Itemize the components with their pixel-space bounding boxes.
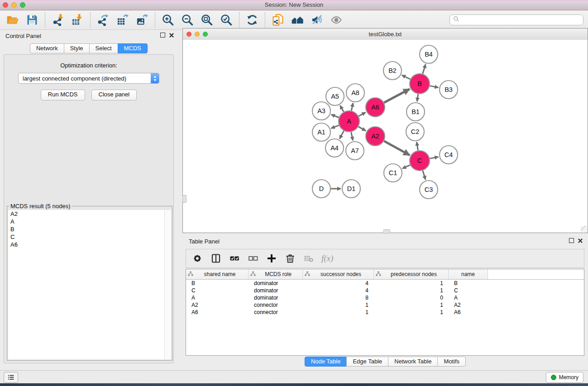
column-header-name[interactable]: name	[449, 269, 488, 279]
table-cell[interactable]: 1	[303, 301, 374, 309]
trash-icon[interactable]	[284, 253, 296, 264]
export-network-icon[interactable]	[96, 13, 110, 27]
graph-node-C3[interactable]: C3	[420, 181, 438, 199]
table-cell[interactable]: B	[186, 280, 249, 287]
deselect-all-icon[interactable]	[247, 253, 259, 264]
table-row[interactable]: Bdominator41B	[186, 280, 584, 287]
result-scrollbar[interactable]	[164, 210, 171, 359]
search-input[interactable]	[462, 16, 580, 24]
eye-icon[interactable]	[330, 13, 343, 27]
export-table-icon[interactable]	[116, 13, 129, 27]
graph-node-B4[interactable]: B4	[420, 45, 438, 63]
select-all-icon[interactable]	[229, 253, 240, 264]
table-cell[interactable]: A	[449, 294, 488, 301]
tab-network[interactable]: Network	[30, 43, 64, 53]
graph-edge[interactable]	[339, 131, 344, 139]
graph-node-A2[interactable]: A2	[366, 127, 385, 146]
graph-node-A8[interactable]: A8	[346, 84, 364, 102]
table-cell[interactable]: 0	[374, 294, 449, 301]
graph-node-B2[interactable]: B2	[383, 62, 402, 80]
close-panel-icon[interactable]	[578, 238, 583, 243]
graph-edge[interactable]	[351, 132, 353, 141]
column-header-mcds-role[interactable]: MCDS role	[249, 269, 303, 279]
graph-edge[interactable]	[423, 64, 425, 74]
float-panel-icon[interactable]	[569, 238, 574, 243]
graph-edge[interactable]	[384, 89, 410, 103]
graph-edge[interactable]	[417, 142, 418, 151]
result-item[interactable]: A	[8, 218, 165, 225]
columns-icon[interactable]	[210, 253, 222, 264]
close-panel-icon[interactable]	[169, 33, 174, 38]
float-panel-icon[interactable]	[160, 33, 165, 38]
graph-node-C[interactable]: C	[410, 151, 430, 171]
graph-edge[interactable]	[384, 141, 410, 155]
graph-node-B3[interactable]: B3	[440, 81, 458, 99]
tab-style[interactable]: Style	[64, 43, 90, 53]
graph-edge[interactable]	[423, 171, 425, 180]
table-cell[interactable]: 4	[303, 280, 374, 287]
import-table-icon[interactable]	[71, 13, 84, 27]
graph-edge[interactable]	[351, 103, 353, 111]
graph-edge[interactable]	[402, 75, 411, 79]
table-cell[interactable]: dominator	[249, 287, 303, 294]
graph-edge[interactable]	[359, 127, 366, 131]
table-cell[interactable]: dominator	[249, 294, 303, 301]
memory-button[interactable]: Memory	[546, 372, 583, 383]
graph-edge[interactable]	[417, 94, 418, 101]
table-row[interactable]: A2connector11A2	[186, 301, 584, 309]
table-cell[interactable]: A	[186, 294, 249, 301]
table-cell[interactable]: connector	[249, 301, 303, 309]
table-cell[interactable]: 1	[374, 301, 449, 309]
graph-node-C4[interactable]: C4	[440, 146, 458, 164]
graph-node-A4[interactable]: A4	[325, 139, 344, 157]
duplicate-network-icon[interactable]	[271, 13, 285, 27]
table-cell[interactable]: C	[186, 287, 249, 294]
table-row[interactable]: Cdominator41C	[186, 287, 584, 294]
task-history-button[interactable]	[4, 372, 18, 383]
graph-edge[interactable]	[402, 165, 410, 169]
tab-select[interactable]: Select	[89, 43, 118, 53]
table-cell[interactable]: 4	[303, 287, 374, 294]
run-mcds-button[interactable]: Run MCDS	[41, 90, 85, 100]
gear-icon[interactable]	[191, 253, 203, 264]
graph-node-A3[interactable]: A3	[312, 102, 330, 120]
table-cell[interactable]: B	[449, 280, 488, 287]
result-item[interactable]: A2	[8, 210, 165, 218]
graph-node-B1[interactable]: B1	[406, 103, 425, 121]
tab-node-table[interactable]: Node Table	[305, 357, 347, 367]
tab-motifs[interactable]: Motifs	[437, 357, 466, 367]
houses-icon[interactable]	[291, 13, 304, 27]
graph-edge[interactable]	[331, 114, 339, 117]
muted-speaker-icon[interactable]	[310, 13, 324, 27]
table-cell[interactable]: connector	[249, 309, 303, 316]
table-cell[interactable]: 8	[303, 294, 374, 301]
graph-edge[interactable]	[340, 105, 344, 112]
graph-node-A5[interactable]: A5	[326, 87, 344, 105]
export-image-icon[interactable]	[135, 13, 149, 27]
network-window-titlebar[interactable]: testGlobe.txt	[183, 29, 588, 40]
network-graph[interactable]: A5A8A3A1A4A7AA6A2BB1B2B3B4CC1C2C3C4DD1	[183, 40, 588, 233]
graph-edge[interactable]	[359, 112, 366, 116]
table-row[interactable]: Adominator80A	[186, 294, 584, 301]
open-folder-icon[interactable]	[6, 13, 19, 27]
graph-node-B[interactable]: B	[410, 74, 430, 94]
table-cell[interactable]: A6	[449, 309, 488, 316]
tab-mcds[interactable]: MCDS	[118, 43, 148, 53]
column-header-predecessor-nodes[interactable]: predecessor nodes	[374, 269, 449, 279]
column-header-successor-nodes[interactable]: successor nodes	[303, 269, 374, 279]
table-cell[interactable]: C	[449, 287, 488, 294]
search-field[interactable]	[449, 14, 583, 25]
graph-node-C2[interactable]: C2	[406, 123, 424, 141]
graph-edge[interactable]	[331, 125, 339, 129]
save-icon[interactable]	[25, 13, 39, 27]
graph-node-D[interactable]: D	[312, 180, 330, 198]
zoom-selected-icon[interactable]	[220, 13, 233, 27]
graph-edge[interactable]	[430, 86, 439, 88]
zoom-in-icon[interactable]	[161, 13, 175, 27]
graph-node-A1[interactable]: A1	[312, 123, 330, 141]
table-cell[interactable]: 1	[303, 309, 374, 316]
graph-node-C1[interactable]: C1	[384, 164, 402, 182]
graph-node-A6[interactable]: A6	[366, 98, 385, 117]
table-cell[interactable]: 1	[374, 280, 449, 287]
mcds-result-list[interactable]: A2ABCA6	[8, 210, 165, 359]
